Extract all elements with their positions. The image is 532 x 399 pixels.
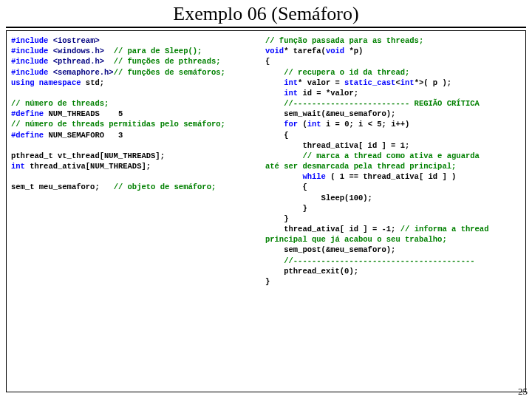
- kw-int: int: [400, 78, 415, 87]
- kw-include: #include: [11, 57, 53, 66]
- kw-while: while: [265, 172, 330, 181]
- code: id = *valor;: [298, 89, 358, 98]
- brace: {: [265, 57, 270, 66]
- brace: {: [265, 131, 289, 140]
- kw-define: #define: [11, 131, 48, 140]
- kw-int: int: [265, 78, 298, 87]
- kw-include: #include: [11, 36, 53, 45]
- kw-for: for: [265, 120, 302, 129]
- comment: // número de threads;: [11, 99, 109, 108]
- comment: // para de Sleep();: [104, 47, 202, 55]
- kw-void: void: [326, 47, 344, 55]
- def-numthreads: NUM_THREADS 5: [48, 109, 123, 118]
- def-numsemaforo: NUM_SEMAFORO 3: [48, 131, 123, 140]
- kw-include: #include: [11, 68, 53, 77]
- code-semwait: sem_wait(&meu_semaforo);: [265, 109, 395, 118]
- hdr-semaphore: <semaphore.h>: [53, 68, 114, 77]
- brace: }: [265, 214, 289, 223]
- kw-int: int: [307, 120, 321, 129]
- code-sleep: Sleep(100);: [265, 194, 372, 202]
- fn-sig: * tarefa(: [284, 47, 326, 55]
- code-left-column: #include <iostream> #include <windows.h>…: [7, 31, 261, 392]
- comment: //--------------------------------------…: [265, 256, 475, 265]
- kw-void: void: [265, 47, 284, 55]
- code: i = 0; i < 5; i++): [321, 120, 410, 129]
- code-container: #include <iostream> #include <windows.h>…: [6, 30, 526, 392]
- brace: }: [265, 204, 307, 213]
- comment: // funções de pthreads;: [104, 57, 221, 66]
- code-assign: thread_ativa[ id ] = -1;: [265, 225, 395, 233]
- comment: // número de threads permitidas pelo sem…: [11, 120, 225, 129]
- kw-staticcast: static_cast: [344, 78, 395, 87]
- hdr-windows: <windows.h>: [53, 47, 104, 55]
- kw-using: using namespace: [11, 78, 86, 87]
- hdr-pthread: <pthread.h>: [53, 57, 104, 66]
- kw-int: int: [265, 89, 298, 98]
- code-right-column: // função passada para as threads; void*…: [261, 31, 525, 392]
- comment: // funções de semáforos;: [114, 68, 225, 77]
- ns-std: std;: [86, 78, 104, 87]
- comment: // função passada para as threads;: [265, 36, 423, 45]
- kw-define: #define: [11, 109, 48, 118]
- code: ( 1 == thread_ativa[ id ] ): [330, 172, 456, 181]
- hdr-iostream: <iostream>: [53, 36, 100, 45]
- code-assign: thread_ativa[ id ] = 1;: [265, 141, 409, 150]
- code: *>( p );: [415, 78, 451, 87]
- comment: // marca a thread como ativa e aguarda a…: [265, 151, 480, 171]
- brace: }: [265, 277, 270, 286]
- code: * valor =: [298, 78, 344, 87]
- fn-sig: *p): [344, 47, 363, 55]
- slide-number: 25: [518, 386, 528, 398]
- comment-region: //------------------------- REGIÃO CRÍTI…: [265, 99, 480, 108]
- decl-vtthread: pthread_t vt_thread[NUM_THREADS];: [11, 151, 165, 160]
- slide-title: Exemplo 06 (Semáforo): [6, 0, 526, 28]
- kw-int: int: [11, 162, 25, 171]
- brace: {: [265, 183, 307, 191]
- comment: // recupera o id da thread;: [265, 68, 409, 77]
- code-pthreadexit: pthread_exit(0);: [265, 267, 358, 276]
- comment: // objeto de semáforo;: [114, 183, 216, 191]
- kw-include: #include: [11, 47, 53, 55]
- code-sempost: sem_post(&meu_semaforo);: [265, 245, 395, 254]
- decl-semt: sem_t meu_semaforo;: [11, 183, 114, 191]
- decl-threadativa: thread_ativa[NUM_THREADS];: [25, 162, 151, 171]
